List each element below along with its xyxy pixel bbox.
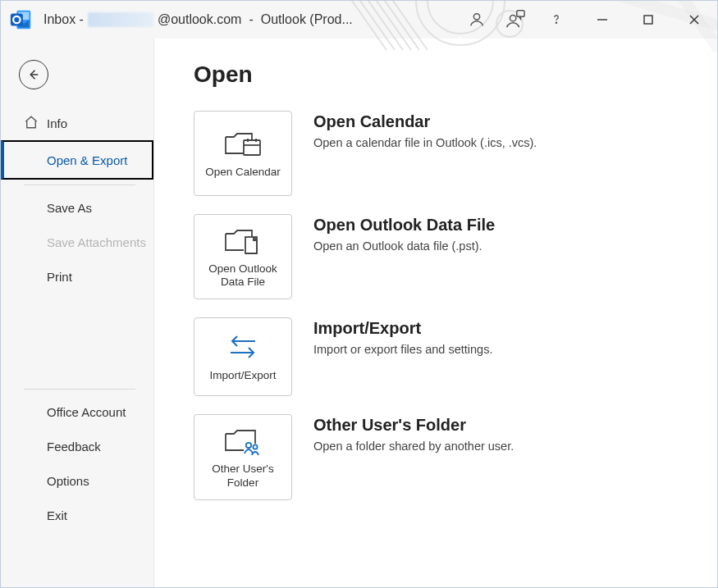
desc-open-data-file: Open Outlook Data File Open an Outlook d… (313, 214, 495, 253)
nav-save-as-label: Save As (47, 201, 92, 215)
nav-separator (24, 185, 135, 185)
nav-info-label: Info (47, 116, 67, 130)
backstage-body: Info Open & Export Save As Save Attachme… (1, 39, 717, 587)
title-prefix: Inbox - (43, 12, 84, 27)
desc-import-export-text: Import or export files and settings. (313, 343, 492, 356)
nav-print-label: Print (47, 270, 72, 284)
folder-user-icon (224, 423, 262, 459)
svg-point-18 (556, 22, 556, 23)
arrows-swap-icon (224, 330, 262, 366)
action-open-calendar: Open Calendar Open Calendar Open a calen… (194, 111, 701, 196)
tile-open-calendar-label: Open Calendar (205, 166, 281, 179)
desc-open-data-file-title: Open Outlook Data File (313, 216, 495, 235)
nav-options[interactable]: Options (1, 463, 153, 498)
tile-open-data-file[interactable]: Open Outlook Data File (194, 214, 292, 299)
desc-import-export-title: Import/Export (313, 319, 492, 338)
desc-other-user-folder-text: Open a folder shared by another user. (313, 440, 514, 453)
tile-other-user-folder-label: Other User's Folder (199, 463, 286, 489)
titlebar: Inbox - @outlook.com - Outlook (Prod... (1, 1, 717, 39)
title-blurred-email-user (88, 12, 153, 27)
svg-point-31 (246, 443, 251, 448)
nav-exit[interactable]: Exit (1, 498, 153, 532)
outlook-app-icon (7, 6, 35, 34)
svg-point-15 (473, 14, 479, 20)
desc-other-user-folder: Other User's Folder Open a folder shared… (313, 414, 514, 453)
back-button[interactable] (19, 60, 48, 89)
main-panel: Open Open Calendar Open Calendar Op (153, 39, 717, 587)
desc-other-user-folder-title: Other User's Folder (313, 416, 514, 435)
desc-open-calendar-text: Open a calendar file in Outlook (.ics, .… (313, 136, 537, 149)
nav-open-export-label: Open & Export (47, 153, 127, 167)
action-open-data-file: Open Outlook Data File Open Outlook Data… (194, 214, 701, 299)
nav-save-attachments-label: Save Attachments (47, 235, 146, 249)
action-other-user-folder: Other User's Folder Other User's Folder … (194, 414, 701, 499)
outlook-backstage-window: Inbox - @outlook.com - Outlook (Prod... (0, 0, 718, 588)
tile-open-data-file-label: Open Outlook Data File (199, 262, 286, 289)
nav-feedback-label: Feedback (47, 440, 101, 454)
tile-open-calendar[interactable]: Open Calendar (194, 111, 292, 196)
nav-spacer (1, 294, 153, 384)
folder-file-icon (224, 223, 262, 259)
nav-exit-label: Exit (47, 508, 67, 522)
svg-point-16 (510, 15, 515, 21)
nav-save-as[interactable]: Save As (1, 190, 153, 225)
account-icon[interactable] (458, 1, 496, 39)
nav-options-label: Options (47, 474, 89, 488)
desc-import-export: Import/Export Import or export files and… (313, 317, 492, 356)
desc-open-data-file-text: Open an Outlook data file (.pst). (313, 239, 495, 253)
nav-print[interactable]: Print (1, 259, 153, 294)
close-button[interactable] (671, 1, 717, 39)
svg-rect-17 (517, 11, 524, 16)
tile-import-export-label: Import/Export (209, 369, 276, 382)
page-title: Open (194, 62, 701, 88)
title-domain: @outlook.com (158, 12, 242, 27)
svg-point-32 (253, 445, 257, 449)
backstage-sidebar: Info Open & Export Save As Save Attachme… (1, 39, 153, 587)
titlebar-controls (458, 1, 717, 39)
nav-open-export[interactable]: Open & Export (1, 140, 153, 180)
nav-info[interactable]: Info (1, 106, 153, 140)
nav-separator-2 (24, 389, 135, 390)
tile-other-user-folder[interactable]: Other User's Folder (194, 414, 292, 499)
nav-office-account-label: Office Account (47, 405, 126, 419)
action-import-export: Import/Export Import/Export Import or ex… (194, 317, 701, 396)
svg-rect-24 (244, 140, 260, 155)
nav-feedback[interactable]: Feedback (1, 429, 153, 463)
title-app: Outlook (Prod... (261, 12, 353, 27)
desc-open-calendar-title: Open Calendar (313, 112, 537, 131)
desc-open-calendar: Open Calendar Open a calendar file in Ou… (313, 111, 537, 149)
account-notify-icon[interactable] (496, 1, 533, 39)
minimize-button[interactable] (579, 1, 625, 39)
svg-rect-20 (644, 16, 652, 24)
window-title: Inbox - @outlook.com - Outlook (Prod... (43, 12, 353, 27)
nav-office-account[interactable]: Office Account (1, 394, 153, 429)
folder-calendar-icon (224, 126, 262, 162)
title-separator: - (249, 12, 253, 27)
maximize-button[interactable] (625, 1, 671, 39)
help-button[interactable] (533, 1, 579, 39)
nav-save-attachments: Save Attachments (1, 225, 153, 259)
home-icon (24, 115, 39, 132)
tile-import-export[interactable]: Import/Export (194, 317, 292, 396)
